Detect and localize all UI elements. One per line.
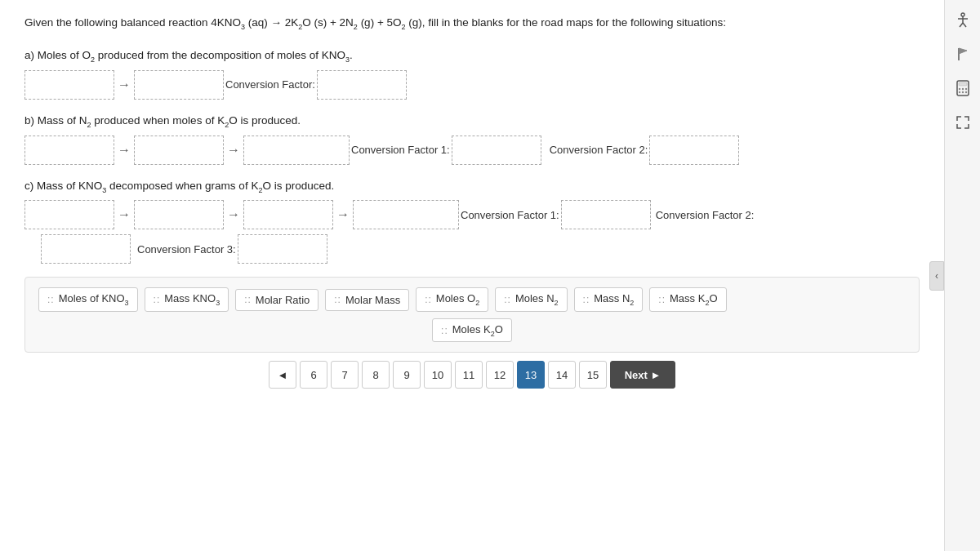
chip-dots-4: :: (334, 294, 341, 305)
main-content: Given the following balanced reaction 4K… (0, 0, 944, 551)
chip-dots-3: :: (244, 294, 252, 305)
page-10[interactable]: 10 (424, 361, 452, 389)
page-11[interactable]: 11 (455, 361, 483, 389)
right-sidebar (944, 0, 980, 551)
chip-dots-9: :: (441, 325, 448, 336)
section-c-box1[interactable] (24, 200, 114, 229)
chip-dots-7: :: (583, 294, 590, 305)
flag-icon[interactable] (951, 42, 974, 65)
arrow-a1: → (118, 78, 131, 92)
chip-label-moles-n2: Moles N2 (515, 292, 559, 307)
chip-label-mass-k2o: Mass K2O (670, 292, 717, 307)
conversion-factor-a-label: Conversion Factor: (225, 78, 315, 91)
conversion-factor1-c-label: Conversion Factor 1: (461, 209, 559, 221)
chip-label-mass-n2: Mass N2 (594, 292, 634, 307)
collapse-button[interactable]: ‹ (929, 261, 944, 291)
chip-moles-kno3[interactable]: :: Moles of KNO3 (38, 287, 138, 312)
arrow-b2: → (227, 143, 240, 158)
next-button[interactable]: Next ► (610, 361, 675, 389)
section-a-box2[interactable] (134, 70, 224, 100)
chip-dots-6: :: (504, 294, 511, 305)
section-c-box3[interactable] (243, 200, 333, 229)
chip-dots-8: :: (658, 294, 666, 305)
conversion-factor3-c-label: Conversion Factor 3: (137, 243, 236, 256)
section-b-row: → → Conversion Factor 1: Conversion Fact… (24, 136, 920, 165)
svg-line-4 (963, 23, 966, 27)
svg-rect-7 (959, 82, 967, 86)
svg-point-10 (964, 88, 966, 90)
conversion-factor1-b-label: Conversion Factor 1: (351, 144, 450, 156)
page-wrapper: Given the following balanced reaction 4K… (0, 0, 980, 551)
chip-mass-kno3[interactable]: :: Mass KNO3 (145, 287, 229, 312)
section-c-cf1-box[interactable] (561, 200, 651, 229)
conversion-factor2-c-label: Conversion Factor 2: (656, 209, 755, 221)
section-b-box2[interactable] (134, 136, 224, 165)
chip-dots-5: :: (425, 294, 432, 305)
page-15[interactable]: 15 (579, 361, 607, 389)
chip-moles-o2[interactable]: :: Moles O2 (416, 287, 488, 312)
section-c-cf3-box[interactable] (238, 234, 327, 264)
chip-label-molar-ratio: Molar Ratio (256, 294, 310, 306)
page-8[interactable]: 8 (362, 361, 390, 389)
section-a-box1[interactable] (24, 70, 114, 100)
section-c-row-top: → → → Conversion Factor 1: Conversion Fa… (24, 200, 920, 229)
section-a-label: a) Moles of O2 produced from the decompo… (24, 49, 920, 64)
svg-point-13 (964, 91, 966, 93)
chip-moles-k2o[interactable]: :: Moles K2O (432, 318, 512, 343)
arrow-c1: → (118, 207, 131, 222)
svg-point-11 (958, 91, 960, 93)
page-12[interactable]: 12 (486, 361, 514, 389)
calculator-icon[interactable] (951, 77, 974, 100)
chip-mass-k2o[interactable]: :: Mass K2O (649, 287, 726, 312)
arrow-c2: → (227, 207, 240, 222)
prev-button[interactable]: ◄ (269, 361, 296, 389)
chip-molar-ratio[interactable]: :: Molar Ratio (235, 289, 318, 311)
arrow-c3: → (336, 207, 350, 222)
page-9[interactable]: 9 (393, 361, 421, 389)
chip-label-mass-kno3: Mass KNO3 (164, 292, 220, 307)
svg-point-8 (958, 88, 960, 90)
page-6[interactable]: 6 (300, 361, 327, 389)
page-7[interactable]: 7 (331, 361, 359, 389)
chip-label-moles-kno3: Moles of KNO3 (59, 292, 129, 307)
section-b-box1[interactable] (24, 136, 114, 165)
section-c-box2[interactable] (134, 200, 224, 229)
section-b-label: b) Mass of N2 produced when moles of K2O… (24, 114, 920, 129)
section-c-cf2-box[interactable] (41, 234, 131, 264)
chevron-left-icon: ‹ (935, 270, 938, 282)
section-a-cf-box[interactable] (317, 70, 407, 100)
chip-moles-n2[interactable]: :: Moles N2 (495, 287, 567, 312)
svg-point-12 (961, 91, 963, 93)
accessibility-icon[interactable] (951, 8, 974, 31)
pagination-row: ◄ 6 7 8 9 10 11 12 13 14 15 Next ► (24, 353, 920, 392)
svg-line-3 (960, 23, 963, 27)
svg-point-0 (961, 13, 964, 16)
section-b-box3[interactable] (243, 136, 350, 165)
section-c-row-bottom: Conversion Factor 3: (24, 234, 920, 264)
page-13[interactable]: 13 (517, 361, 545, 389)
chip-label-moles-k2o: Moles K2O (452, 323, 503, 338)
question-header: Given the following balanced reaction 4K… (24, 15, 920, 33)
conversion-factor2-b-label: Conversion Factor 2: (550, 144, 648, 156)
section-a-row: → Conversion Factor: (24, 70, 920, 100)
section-c-box4[interactable] (353, 200, 459, 229)
section-b-cf1-box[interactable] (452, 136, 541, 165)
chip-label-molar-mass: Molar Mass (345, 294, 400, 306)
svg-point-9 (961, 88, 963, 90)
section-c-label: c) Mass of KNO3 decomposed when grams of… (24, 180, 920, 194)
page-14[interactable]: 14 (548, 361, 576, 389)
arrow-b1: → (118, 143, 131, 158)
section-b-cf2-box[interactable] (649, 136, 739, 165)
chip-dots-2: :: (154, 294, 161, 305)
drag-area: :: Moles of KNO3 :: Mass KNO3 :: Molar R… (24, 277, 920, 353)
chip-dots-1: :: (47, 294, 55, 305)
chip-molar-mass[interactable]: :: Molar Mass (325, 289, 409, 311)
chip-label-moles-o2: Moles O2 (436, 292, 479, 307)
chip-mass-n2[interactable]: :: Mass N2 (574, 287, 644, 312)
expand-icon[interactable] (951, 111, 974, 134)
